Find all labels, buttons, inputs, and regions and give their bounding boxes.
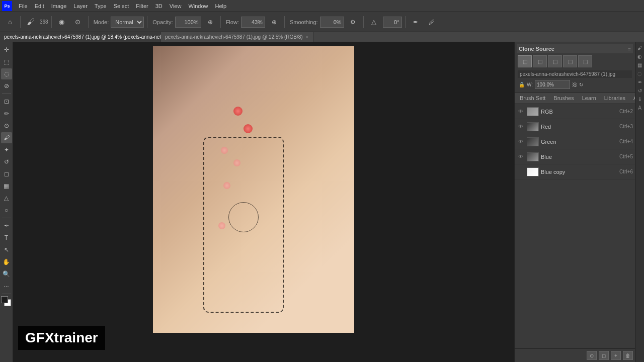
clone-source-2[interactable]: ⬚: [533, 55, 547, 67]
angle-input[interactable]: [383, 17, 402, 28]
clone-source-collapse[interactable]: ≡: [628, 46, 631, 52]
right-panel: Clone Source ≡ ⬚ ⬚ ⬚ ⬚ ⬚ pexels-anna-nek…: [514, 42, 635, 362]
channel-blue-copy[interactable]: 👁 Blue copy Ctrl+6: [515, 164, 635, 179]
paths-icon[interactable]: ✒: [636, 78, 643, 85]
tab-libraries[interactable]: Libraries: [600, 93, 629, 103]
channel-rgb[interactable]: 👁 RGB Ctrl+2: [515, 104, 635, 119]
tab-learn[interactable]: Learn: [578, 93, 600, 103]
new-channel-icon[interactable]: +: [611, 351, 621, 360]
smoothing-options-icon[interactable]: ⚙: [346, 15, 360, 29]
channel-blue-label: Blue: [541, 154, 619, 160]
menu-filter[interactable]: Filter: [132, 2, 151, 10]
channel-green-visibility[interactable]: 👁: [517, 138, 525, 146]
eraser-tool[interactable]: ◻: [1, 168, 12, 179]
delete-channel-icon[interactable]: 🗑: [623, 351, 633, 360]
channel-rgb-visibility[interactable]: 👁: [517, 108, 525, 116]
menu-image[interactable]: Image: [48, 2, 70, 10]
save-selection-icon[interactable]: ◻: [599, 351, 609, 360]
channel-blue-thumb: [527, 152, 539, 161]
pressure-icon[interactable]: ✒: [409, 15, 423, 29]
menu-layer[interactable]: Layer: [70, 2, 91, 10]
flow-label: Flow:: [226, 19, 239, 25]
brush-tool[interactable]: 🖌: [1, 132, 12, 143]
file-tab-2[interactable]: pexels-anna-nekrashevich-6475987 (1).jpg…: [161, 32, 314, 42]
marquee-tool[interactable]: ⬚: [1, 56, 12, 67]
stylus-icon[interactable]: 🖊: [425, 15, 439, 29]
channel-bluecopy-label: Blue copy: [541, 169, 619, 175]
healing-brush-tool[interactable]: ⊙: [1, 120, 12, 131]
channel-blue[interactable]: 👁 Blue Ctrl+5: [515, 149, 635, 164]
file-tab-2-close[interactable]: ×: [305, 35, 309, 40]
channels-icon[interactable]: ◌: [636, 70, 643, 77]
more-tools[interactable]: ···: [1, 281, 12, 292]
gradient-tool[interactable]: ▦: [1, 180, 12, 192]
hand-tool[interactable]: ✋: [1, 256, 12, 267]
history-brush-tool[interactable]: ↺: [1, 156, 12, 167]
character-icon[interactable]: A: [636, 104, 643, 111]
menu-file[interactable]: File: [15, 2, 31, 10]
menu-3d[interactable]: 3D: [152, 2, 166, 10]
menu-select[interactable]: Select: [110, 2, 133, 10]
flow-input[interactable]: [241, 17, 265, 28]
channel-red[interactable]: 👁 Red Ctrl+3: [515, 119, 635, 134]
quick-select-tool[interactable]: ⊘: [1, 80, 12, 92]
panel-tabs-bar: Brush Sett Brushes Learn Libraries Adjus…: [515, 93, 635, 104]
w-value-input[interactable]: [535, 80, 570, 89]
smoothing-input[interactable]: [320, 17, 344, 28]
divider: [20, 16, 21, 28]
channel-red-visibility[interactable]: 👁: [517, 123, 525, 131]
options-toolbar: ⌂ 🖌 368 ◉ ⊙ Mode: Normal Opacity: ⊕ Flow…: [0, 12, 644, 32]
menu-type[interactable]: Type: [91, 2, 110, 10]
clone-source-5[interactable]: ⬚: [578, 55, 592, 67]
tab-brushes[interactable]: Brushes: [549, 93, 578, 103]
menu-window[interactable]: Window: [185, 2, 211, 10]
channel-bluecopy-shortcut: Ctrl+6: [619, 169, 633, 174]
brush-icon[interactable]: 🖌: [24, 15, 38, 29]
adjustments-icon[interactable]: ◐: [636, 53, 643, 60]
clone-source-4[interactable]: ⬚: [563, 55, 577, 67]
foreground-color[interactable]: [1, 296, 8, 303]
history-icon[interactable]: ↺: [636, 87, 643, 94]
text-tool[interactable]: T: [1, 232, 12, 243]
canvas-image: [153, 46, 354, 333]
watermark-text: GFXtrainer: [25, 330, 98, 345]
opacity-toggle-icon[interactable]: ⊕: [203, 15, 217, 29]
eyedropper-tool[interactable]: ✏: [1, 108, 12, 119]
angle-icon[interactable]: △: [367, 15, 381, 29]
lasso-tool[interactable]: ◌: [1, 68, 12, 79]
blur-tool[interactable]: △: [1, 193, 12, 204]
canvas-area[interactable]: GFXtrainer: [13, 42, 514, 362]
refresh-icon[interactable]: ↻: [579, 82, 583, 87]
move-tool[interactable]: ✛: [1, 44, 12, 55]
file-tab-1[interactable]: pexels-anna-nekrashevich-6475987 (1).jpg…: [0, 32, 161, 42]
clone-source-header: Clone Source ≡: [517, 44, 633, 53]
pen-tool[interactable]: ✒: [1, 220, 12, 231]
properties-icon[interactable]: ℹ: [636, 96, 643, 103]
load-selection-icon[interactable]: ⊙: [587, 351, 597, 360]
channel-actions-bar: ⊙ ◻ + 🗑: [515, 348, 635, 362]
tab-brush-settings[interactable]: Brush Sett: [516, 93, 549, 103]
clone-source-3[interactable]: ⬚: [548, 55, 562, 67]
clone-source-settings: 🔒 W: ⛓ ↻: [517, 79, 633, 90]
flow-toggle-icon[interactable]: ⊕: [267, 15, 281, 29]
dodge-tool[interactable]: ○: [1, 205, 12, 216]
menu-view[interactable]: View: [166, 2, 185, 10]
layers-icon[interactable]: ▦: [636, 61, 643, 68]
tools-toggle-icon[interactable]: 🖌: [636, 44, 643, 51]
zoom-tool[interactable]: 🔍: [1, 268, 12, 280]
channel-blue-visibility[interactable]: 👁: [517, 153, 525, 161]
clone-stamp-tool[interactable]: ✦: [1, 144, 12, 155]
menu-help[interactable]: Help: [212, 2, 230, 10]
channel-green[interactable]: 👁 Green Ctrl+4: [515, 134, 635, 149]
clone-source-icons: ⬚ ⬚ ⬚ ⬚ ⬚: [517, 53, 633, 69]
brush-hardness-icon[interactable]: ⊙: [71, 15, 85, 29]
clone-source-chain-icon: ⛓: [572, 82, 577, 87]
path-select-tool[interactable]: ↖: [1, 244, 12, 255]
crop-tool[interactable]: ⊡: [1, 96, 12, 107]
menu-edit[interactable]: Edit: [31, 2, 48, 10]
clone-source-1[interactable]: ⬚: [518, 55, 532, 67]
home-button[interactable]: ⌂: [3, 15, 17, 29]
mode-select[interactable]: Normal: [111, 17, 144, 28]
opacity-input[interactable]: [175, 17, 201, 28]
brush-options-icon[interactable]: ◉: [55, 15, 69, 29]
